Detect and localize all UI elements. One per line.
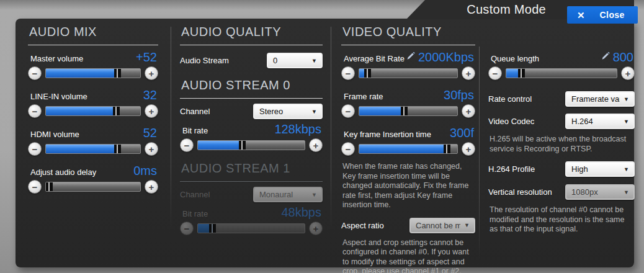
channel-label: Channel (180, 190, 210, 199)
chevron-down-icon: ▼ (464, 222, 470, 228)
minus-button[interactable]: − (28, 66, 42, 80)
slider-track[interactable] (359, 144, 458, 154)
vres-note: The resolution of channel #0 cannot be m… (490, 205, 633, 235)
chevron-down-icon: ▼ (624, 189, 629, 195)
linein-volume-row: LINE-IN volume 32 (30, 89, 157, 101)
hdmi-volume-slider: − + (28, 142, 158, 156)
slider-track[interactable] (506, 68, 617, 78)
plus-button[interactable]: + (621, 66, 635, 80)
plus-button[interactable]: + (145, 142, 158, 156)
audio-stream1-title: AUDIO STREAM 1 (180, 161, 323, 182)
video-codec-label: Video Codec (488, 117, 534, 126)
slider-thumb[interactable] (401, 107, 408, 115)
vertical-resolution-row: Vertical resolution 1080px ▼ (488, 184, 635, 200)
close-button[interactable]: ✕ Close (567, 6, 638, 24)
vertical-resolution-select: 1080px ▼ (565, 184, 635, 200)
slider-track[interactable] (45, 182, 141, 192)
slider-thumb[interactable] (46, 182, 53, 191)
video-quality-title: VIDEO QUALITY (341, 25, 475, 45)
minus-button[interactable]: − (28, 104, 42, 118)
slider-thumb[interactable] (518, 69, 525, 78)
plus-button[interactable]: + (462, 142, 475, 156)
chevron-down-icon: ▼ (311, 192, 317, 198)
h264-profile-select[interactable]: High ▼ (565, 161, 635, 177)
slider-fill (46, 107, 117, 115)
video-codec-select[interactable]: H.264 ▼ (565, 114, 635, 129)
slider-thumb[interactable] (239, 141, 246, 150)
audio-quality-title: AUDIO QUALITY (180, 25, 323, 45)
slider-track[interactable] (45, 68, 141, 78)
aspect-ratio-label: Aspect ratio (341, 221, 384, 230)
plus-button[interactable]: + (145, 66, 158, 80)
stream0-bitrate-row: Bit rate 128kbps (182, 123, 321, 135)
audio-stream0-title: AUDIO STREAM 0 (180, 78, 323, 99)
slider-track[interactable] (197, 140, 305, 150)
linein-volume-slider: − + (28, 104, 158, 118)
master-volume-value: +52 (136, 51, 157, 63)
keyframe-label: Key frame Insertion time (344, 130, 431, 139)
audio-delay-slider: − + (28, 180, 158, 194)
linein-volume-value: 32 (143, 89, 157, 101)
slider-thumb[interactable] (113, 107, 120, 115)
slider-fill (46, 145, 118, 153)
minus-button[interactable]: − (488, 66, 502, 80)
audio-delay-row: Adjust audio delay 0ms (30, 164, 157, 177)
stream1-bitrate-row: Bit rate 48kbps (182, 206, 321, 218)
column-divider (479, 47, 480, 261)
slider-thumb[interactable] (364, 69, 371, 78)
audio-mix-section: AUDIO MIX Master volume +52 − + LINE-IN … (28, 25, 158, 194)
aspect-ratio-select: Cannot be mod ▼ (409, 218, 475, 233)
minus-button[interactable]: − (28, 180, 42, 194)
minus-button[interactable]: − (341, 104, 355, 118)
slider-track[interactable] (45, 144, 141, 154)
slider-track[interactable] (359, 68, 458, 78)
minus-button[interactable]: − (341, 66, 355, 80)
stream1-bitrate-slider: − + (180, 222, 323, 235)
audio-stream-label: Audio Stream (180, 56, 229, 65)
plus-button[interactable]: + (145, 180, 158, 194)
codec-note: H.265 will be active when the broadcast … (490, 135, 633, 154)
plus-button[interactable]: + (462, 104, 475, 118)
settings-panel: AUDIO MIX Master volume +52 − + LINE-IN … (16, 19, 634, 267)
avg-bitrate-slider: − + (341, 66, 475, 80)
audio-mix-title: AUDIO MIX (28, 25, 158, 45)
chevron-down-icon: ▼ (311, 109, 317, 115)
plus-button[interactable]: + (462, 66, 475, 80)
hdmi-volume-row: HDMI volume 52 (30, 127, 157, 139)
frame-rate-value: 30fps (444, 89, 474, 101)
minus-button[interactable]: − (28, 142, 42, 156)
audio-stream-row: Audio Stream 0 ▼ (180, 53, 323, 68)
queue-length-slider: − + (488, 66, 635, 80)
edit-pencil-icon[interactable] (601, 51, 610, 63)
frame-rate-slider: − + (341, 104, 475, 118)
plus-button[interactable]: + (145, 104, 158, 118)
video-quality-right-section: Queue length 800 − + Rate control Framer… (488, 25, 635, 235)
slider-thumb[interactable] (114, 69, 121, 78)
slider-thumb (209, 224, 216, 233)
minus-button[interactable]: − (341, 142, 355, 156)
queue-length-label: Queue length (491, 54, 539, 63)
vertical-resolution-label: Vertical resolution (488, 187, 552, 197)
hdmi-volume-label: HDMI volume (30, 130, 79, 139)
master-volume-row: Master volume +52 (30, 51, 157, 63)
stream0-channel-select[interactable]: Stereo ▼ (253, 104, 323, 119)
queue-length-row: Queue length 800 (491, 51, 633, 63)
slider-track[interactable] (359, 106, 458, 116)
chevron-down-icon: ▼ (624, 119, 629, 125)
slider-thumb[interactable] (444, 145, 450, 153)
rate-control-select[interactable]: Framerate vary ▼ (565, 91, 635, 107)
slider-track[interactable] (45, 106, 141, 116)
minus-button[interactable]: − (180, 138, 194, 152)
slider-track (197, 223, 305, 233)
slider-fill (506, 69, 522, 78)
stream1-channel-select: Monaural ▼ (253, 187, 323, 202)
audio-stream-select[interactable]: 0 ▼ (267, 53, 323, 68)
edit-pencil-icon[interactable] (406, 51, 415, 63)
slider-fill (359, 145, 447, 153)
rate-control-row: Rate control Framerate vary ▼ (488, 91, 635, 107)
slider-thumb[interactable] (114, 145, 121, 153)
plus-button[interactable]: + (309, 138, 323, 152)
audio-delay-value: 0ms (133, 164, 157, 177)
slider-fill (198, 141, 243, 150)
slider-fill (46, 182, 50, 191)
